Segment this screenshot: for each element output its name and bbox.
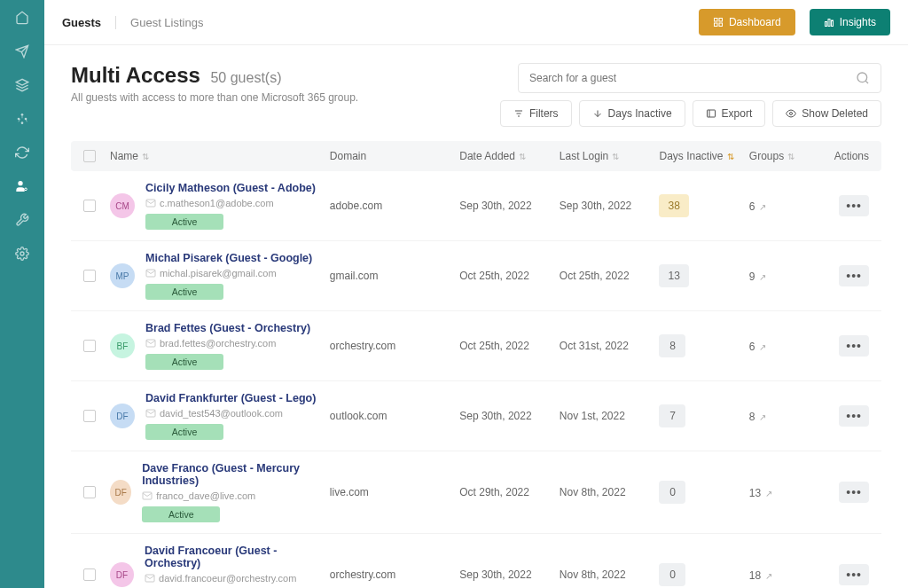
column-date-added[interactable]: Date Added⇅	[459, 150, 560, 162]
days-badge: 0	[659, 481, 685, 504]
breadcrumb-listings[interactable]: Guest Listings	[115, 16, 203, 29]
column-days-inactive[interactable]: Days Inactive⇅	[659, 150, 748, 162]
row-checkbox[interactable]	[83, 410, 96, 422]
external-link-icon: ↗	[763, 571, 772, 581]
eye-icon	[786, 108, 796, 119]
layers-icon[interactable]	[13, 76, 31, 94]
column-last-login[interactable]: Last Login⇅	[560, 150, 660, 162]
avatar: CM	[110, 193, 135, 218]
row-checkbox[interactable]	[83, 486, 96, 498]
last-login-cell: Oct 25th, 2022	[560, 270, 660, 282]
last-login-cell: Oct 31st, 2022	[560, 340, 660, 352]
external-link-icon: ↗	[763, 489, 772, 498]
column-name[interactable]: Name⇅	[110, 150, 330, 162]
guest-email: david.francoeur@orchestry.com	[145, 573, 330, 584]
status-badge: Active	[145, 424, 223, 440]
last-login-cell: Nov 1st, 2022	[560, 410, 660, 422]
guests-icon[interactable]	[13, 177, 31, 195]
column-groups[interactable]: Groups⇅	[749, 150, 819, 162]
external-link-icon: ↗	[757, 202, 767, 212]
row-actions-button[interactable]: •••	[839, 564, 869, 585]
send-icon[interactable]	[13, 43, 31, 60]
row-checkbox[interactable]	[83, 340, 96, 352]
last-login-cell: Nov 8th, 2022	[560, 568, 660, 581]
search-box[interactable]	[518, 63, 881, 93]
table-header: Name⇅ Domain Date Added⇅ Last Login⇅ Day…	[71, 141, 881, 171]
guest-name-link[interactable]: Michal Pisarek (Guest - Google)	[145, 252, 312, 264]
page-subtitle: All guests with access to more than one …	[71, 91, 358, 104]
groups-link[interactable]: 13 ↗	[749, 487, 772, 499]
external-link-icon: ↗	[757, 412, 767, 422]
dashboard-button[interactable]: Dashboard	[699, 9, 795, 35]
date-added-cell: Sep 30th, 2022	[459, 568, 560, 581]
date-added-cell: Sep 30th, 2022	[459, 410, 560, 422]
external-link-icon: ↗	[757, 272, 767, 282]
status-badge: Active	[145, 214, 223, 230]
column-actions: Actions	[819, 150, 869, 162]
table-row: CM Cicily Matheson (Guest - Adobe) c.mat…	[71, 171, 881, 241]
insights-button[interactable]: Insights	[810, 9, 890, 35]
groups-link[interactable]: 9 ↗	[749, 270, 766, 283]
domain-cell: adobe.com	[330, 200, 459, 212]
groups-link[interactable]: 8 ↗	[749, 411, 766, 423]
row-checkbox[interactable]	[83, 270, 96, 282]
search-input[interactable]	[529, 72, 849, 84]
svg-point-21	[790, 113, 793, 115]
show-deleted-button[interactable]: Show Deleted	[772, 100, 881, 127]
guest-count: 50 guest(s)	[210, 70, 281, 85]
export-button[interactable]: Export	[693, 100, 766, 127]
page-title: Multi Access	[71, 63, 200, 87]
row-checkbox[interactable]	[83, 200, 96, 212]
domain-cell: live.com	[330, 486, 459, 498]
home-icon[interactable]	[13, 9, 31, 27]
date-added-cell: Sep 30th, 2022	[459, 200, 560, 212]
svg-point-3	[21, 122, 24, 124]
groups-link[interactable]: 6 ↗	[749, 200, 766, 213]
guest-name-link[interactable]: David Francoeur (Guest - Orchestry)	[145, 545, 330, 569]
guest-name-link[interactable]: Cicily Matheson (Guest - Adobe)	[145, 182, 316, 194]
days-badge: 8	[659, 334, 685, 357]
status-badge: Active	[142, 506, 220, 522]
svg-rect-9	[714, 23, 717, 27]
guest-name-link[interactable]: Dave Franco (Guest - Mercury Industries)	[142, 462, 330, 487]
avatar: DF	[110, 404, 135, 428]
days-badge: 13	[659, 264, 688, 287]
guest-name-link[interactable]: Brad Fettes (Guest - Orchestry)	[145, 322, 310, 334]
row-checkbox[interactable]	[83, 568, 96, 581]
gear-icon[interactable]	[13, 245, 31, 263]
org-icon[interactable]	[13, 110, 31, 128]
export-icon	[706, 108, 716, 119]
days-inactive-button[interactable]: Days Inactive	[579, 100, 685, 127]
row-actions-button[interactable]: •••	[839, 265, 869, 286]
refresh-icon[interactable]	[13, 144, 31, 161]
groups-link[interactable]: 18 ↗	[749, 569, 772, 582]
select-all-checkbox[interactable]	[83, 150, 96, 162]
row-actions-button[interactable]: •••	[839, 195, 869, 216]
svg-rect-10	[719, 23, 723, 27]
mail-icon	[145, 338, 156, 349]
row-actions-button[interactable]: •••	[839, 335, 869, 357]
groups-link[interactable]: 6 ↗	[749, 341, 766, 353]
svg-rect-13	[831, 20, 833, 27]
filters-button[interactable]: Filters	[500, 100, 572, 127]
svg-point-0	[21, 114, 24, 116]
status-badge: Active	[145, 354, 223, 370]
row-actions-button[interactable]: •••	[839, 405, 869, 427]
date-added-cell: Oct 25th, 2022	[459, 270, 560, 282]
days-badge: 7	[659, 404, 685, 427]
svg-rect-12	[828, 20, 830, 27]
tools-icon[interactable]	[13, 211, 31, 229]
row-actions-button[interactable]: •••	[839, 482, 869, 503]
guest-email: michal.pisarek@gmail.com	[145, 268, 312, 278]
guest-email: franco_dave@live.com	[142, 490, 330, 501]
domain-cell: outlook.com	[330, 410, 459, 422]
breadcrumb-guests[interactable]: Guests	[62, 16, 101, 29]
date-added-cell: Oct 29th, 2022	[459, 486, 560, 498]
last-login-cell: Sep 30th, 2022	[560, 200, 660, 212]
svg-point-5	[25, 188, 27, 191]
mail-icon	[145, 408, 156, 419]
svg-rect-19	[707, 110, 715, 117]
date-added-cell: Oct 25th, 2022	[459, 340, 560, 352]
column-domain[interactable]: Domain	[330, 150, 459, 162]
guest-name-link[interactable]: David Frankfurter (Guest - Lego)	[145, 392, 316, 404]
